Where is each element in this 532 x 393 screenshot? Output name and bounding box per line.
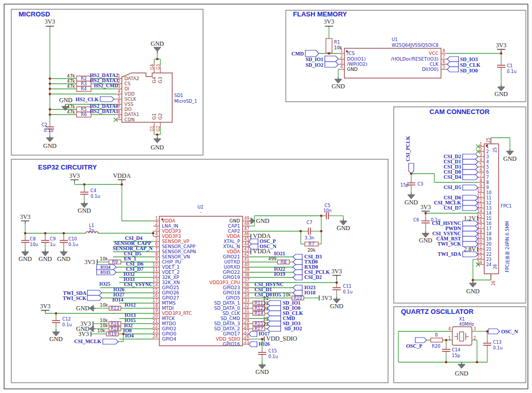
pin-name[interactable]: GPIO16 <box>223 342 240 347</box>
pin-number[interactable]: 31 <box>244 309 249 313</box>
pin-number[interactable]: 3 <box>155 227 158 231</box>
capacitor-ref[interactable]: C11 <box>343 284 352 289</box>
pin-number[interactable]: 10 <box>153 263 158 267</box>
pin-name[interactable]: VDDA <box>162 218 176 223</box>
gnd-symbol[interactable] <box>154 137 161 143</box>
hier-label-shape[interactable] <box>293 265 302 270</box>
pin-name[interactable]: SD_DATA_0 <box>214 306 240 311</box>
power-label[interactable]: 3V3 <box>332 268 342 275</box>
capacitor-C6[interactable] <box>421 218 430 226</box>
resistor-ref[interactable]: R20 <box>432 344 441 349</box>
hier-label-shape[interactable] <box>325 56 338 62</box>
hier-label-shape[interactable] <box>267 301 281 306</box>
pin-name[interactable]: DO <box>124 107 132 112</box>
pin-name[interactable]: GND <box>347 67 358 72</box>
pin-name[interactable]: VSS <box>124 102 134 107</box>
pin-name[interactable]: CHIP_PU <box>162 259 181 265</box>
capacitor-C1[interactable] <box>497 62 505 70</box>
pin-name[interactable]: GPIO25 <box>162 285 179 290</box>
gnd-label[interactable]: GND <box>57 255 70 263</box>
pin-number[interactable]: 40 <box>244 263 249 267</box>
hier-label[interactable]: TWI_SDA <box>437 251 461 257</box>
gnd-label[interactable]: GND <box>19 255 32 263</box>
resistor-ref[interactable]: R6 <box>81 112 86 117</box>
hier-label[interactable]: TWI_SCK <box>437 241 461 247</box>
power-label[interactable]: 3V3 <box>321 294 332 302</box>
hier-label[interactable]: SD_IO2 <box>306 62 323 68</box>
pin-number[interactable]: 12 <box>486 201 491 205</box>
net-label[interactable]: IO5 <box>272 292 281 297</box>
pin-name[interactable]: GND <box>229 218 240 223</box>
pin-number[interactable]: 33 <box>244 298 249 303</box>
hier-label[interactable]: CMD <box>291 51 304 57</box>
net-label[interactable]: 40MHz <box>459 322 474 327</box>
pin-name[interactable]: SD_DATA_3 <box>214 321 240 326</box>
pin-number[interactable]: 8 <box>155 252 158 257</box>
pin-name[interactable]: GPIO26 <box>162 290 179 295</box>
pin-number[interactable]: 10 <box>486 191 491 195</box>
pin-number[interactable]: 15 <box>153 288 158 293</box>
pin-number[interactable]: 2 <box>486 149 489 154</box>
pin-number[interactable]: 5 <box>443 65 445 69</box>
pin-name[interactable]: GPIO2 <box>162 326 176 331</box>
hier-label-shape[interactable] <box>447 67 458 72</box>
power-flag[interactable] <box>41 310 49 312</box>
pin-number[interactable]: 1 <box>486 144 489 149</box>
resistor-R20[interactable] <box>431 338 443 342</box>
power-label[interactable]: 3V3 <box>20 213 31 220</box>
resistor-value[interactable]: 10k <box>283 292 291 297</box>
pin-number[interactable]: 4 <box>486 160 489 164</box>
gnd-label[interactable]: GND <box>255 368 269 376</box>
hier-label-shape[interactable] <box>463 195 478 200</box>
pin-name[interactable]: U0RXD <box>224 265 240 270</box>
pin-name[interactable]: SD_DATA_2 <box>214 326 240 331</box>
hier-label-shape[interactable] <box>293 259 302 265</box>
pin-number[interactable]: 7 <box>155 247 158 252</box>
pin-number[interactable]: 17 <box>153 298 158 303</box>
pin-name[interactable]: VDET_1 <box>162 265 180 270</box>
pin-name[interactable]: SENSOR_VP <box>162 239 190 244</box>
resistor-value[interactable]: 10k <box>100 323 108 328</box>
pin-number[interactable]: 4 <box>480 158 482 162</box>
power-label[interactable]: 3V3 <box>45 18 56 25</box>
pin-number[interactable]: 21 <box>153 319 158 324</box>
power-label[interactable]: VDDA <box>113 172 131 179</box>
hier-label[interactable]: CSI_PCLK <box>405 136 411 161</box>
hier-label[interactable]: IO34 <box>100 265 111 270</box>
pin-number[interactable]: 35 <box>244 288 249 293</box>
resistor-ref[interactable]: R7 <box>308 241 314 247</box>
pin-name[interactable]: GPIO22 <box>223 270 240 275</box>
pin-number[interactable]: 22 <box>486 252 491 257</box>
resistor-value[interactable]: 20k <box>307 248 316 253</box>
hier-label-shape[interactable] <box>463 170 478 175</box>
pin-name[interactable]: CLK <box>430 62 439 67</box>
pin-name[interactable]: MTDO <box>162 321 176 326</box>
hier-label-shape[interactable] <box>267 321 281 326</box>
pin-number[interactable]: 39 <box>244 268 249 272</box>
power-flag[interactable] <box>325 26 333 27</box>
pin-number[interactable]: 5 <box>155 237 158 241</box>
hier-label-shape[interactable] <box>463 154 478 159</box>
pin-name[interactable]: GPIO0 <box>162 331 176 336</box>
pin-number[interactable]: 4 <box>340 65 343 69</box>
hier-label-shape[interactable] <box>447 57 458 62</box>
power-label[interactable]: VDDA <box>253 248 271 255</box>
pin-name[interactable]: DATA1 <box>124 112 139 117</box>
pin-name[interactable]: VDET_2 <box>162 270 180 275</box>
net-label[interactable]: IO25 <box>99 281 111 287</box>
resistor-ref[interactable]: R19 <box>108 331 117 336</box>
pin-name[interactable]: /HOLDor/RESET(IO3) <box>391 57 438 62</box>
resistor-value[interactable]: 10k <box>100 303 108 308</box>
pin-number[interactable]: 6 <box>480 168 482 173</box>
gnd-label[interactable]: GND <box>39 255 52 263</box>
pin-name[interactable]: GPIO27 <box>162 295 179 301</box>
pin-name[interactable]: XTAL_N <box>223 244 240 249</box>
ic-value[interactable]: MicroSD_1 <box>174 99 197 104</box>
capacitor-C10[interactable] <box>60 237 68 246</box>
hier-label-shape[interactable] <box>463 205 478 211</box>
resistor-ref[interactable]: R1 <box>334 40 340 45</box>
pin-number[interactable]: 9 <box>118 115 120 120</box>
net-label[interactable]: IO12 <box>124 302 136 308</box>
section-title[interactable]: MICROSD <box>19 10 50 18</box>
pin-number[interactable]: 14 <box>486 211 491 216</box>
